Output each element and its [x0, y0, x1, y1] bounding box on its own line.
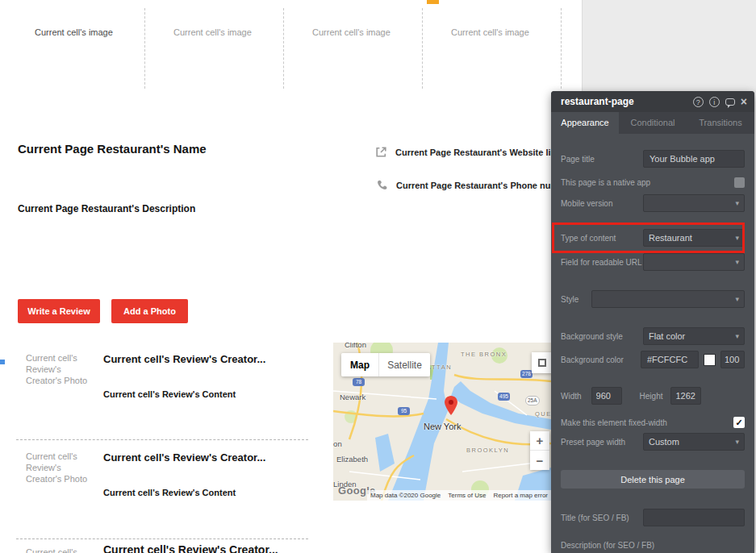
- property-editor-header[interactable]: restaurant-page ? i ×: [551, 91, 754, 112]
- height-input[interactable]: [670, 387, 701, 405]
- type-of-content-value: Restaurant: [649, 233, 692, 243]
- tab-conditional[interactable]: Conditional: [619, 112, 687, 134]
- satellite-view-button[interactable]: Satellite: [378, 353, 430, 376]
- google-map[interactable]: Clifton THE BRONX MANHATTAN Newark New Y…: [333, 343, 551, 501]
- map-pin-icon[interactable]: [445, 396, 457, 415]
- seo-title-input[interactable]: [643, 509, 745, 526]
- info-icon[interactable]: i: [709, 97, 720, 107]
- image-cell[interactable]: Current cell's image: [6, 8, 145, 89]
- restaurant-description-text: Current Page Restaurant's Description: [18, 203, 195, 214]
- mobile-version-label: Mobile version: [561, 199, 612, 208]
- image-placeholder-label: Current cell's image: [312, 27, 391, 37]
- map-attribution: Map data ©2020 Google Terms of Use Repor…: [367, 490, 551, 501]
- review-creator-text: Current cell's Review's Creator...: [103, 353, 265, 365]
- delete-page-button[interactable]: Delete this page: [561, 470, 745, 489]
- page-canvas: Current cell's image Current cell's imag…: [0, 0, 583, 553]
- chevron-down-icon: ▾: [735, 234, 739, 242]
- image-cell[interactable]: Current cell's image: [284, 8, 423, 89]
- review-creator-text: Current cell's Review's Creator...: [103, 543, 278, 553]
- property-editor: restaurant-page ? i × Appearance Conditi…: [551, 91, 754, 553]
- tab-transitions[interactable]: Transitions: [687, 112, 754, 134]
- background-style-label: Background style: [561, 332, 623, 341]
- background-style-value: Flat color: [649, 331, 685, 341]
- color-swatch[interactable]: [704, 354, 716, 366]
- page-title-input[interactable]: [643, 150, 745, 168]
- page-title-label: Page title: [561, 155, 595, 164]
- style-dropdown[interactable]: ▾: [591, 290, 745, 308]
- preset-width-value: Custom: [649, 437, 679, 447]
- external-link-icon: [374, 145, 388, 159]
- background-alpha-input[interactable]: [720, 351, 745, 368]
- image-cell[interactable]: Current cell's image: [145, 8, 284, 89]
- chevron-down-icon: ▾: [735, 438, 739, 446]
- resize-handle[interactable]: [0, 360, 5, 364]
- review-cell-separator: [16, 439, 308, 440]
- ruler-marker[interactable]: [427, 0, 439, 4]
- zoom-control: + −: [530, 431, 549, 470]
- website-link[interactable]: Current Page Restaurant's Website link: [374, 145, 561, 159]
- native-app-label: This page is a native app: [561, 178, 650, 187]
- chevron-down-icon: ▾: [735, 199, 739, 207]
- close-icon[interactable]: ×: [741, 97, 747, 107]
- fixed-width-checkbox[interactable]: ✓: [733, 417, 745, 428]
- review-photo-placeholder: Current cell's Review's Creator's Photo: [26, 451, 98, 484]
- comment-icon[interactable]: [725, 98, 735, 106]
- readable-url-dropdown[interactable]: ▾: [643, 253, 745, 271]
- review-content-text: Current cell's Review's Content: [103, 389, 236, 399]
- zoom-out-button[interactable]: −: [530, 451, 549, 470]
- tab-appearance[interactable]: Appearance: [551, 112, 619, 134]
- chevron-down-icon: ▾: [735, 295, 739, 303]
- fixed-width-label: Make this element fixed-width: [561, 418, 667, 427]
- fullscreen-button[interactable]: [532, 352, 551, 373]
- map-view-button[interactable]: Map: [341, 353, 378, 376]
- image-placeholder-label: Current cell's image: [173, 27, 252, 37]
- width-input[interactable]: [591, 387, 622, 405]
- phone-number-label: Current Page Restaurant's Phone number: [396, 181, 572, 190]
- chevron-down-icon: ▾: [735, 332, 739, 340]
- element-title: restaurant-page: [561, 96, 687, 107]
- chevron-down-icon: ▾: [735, 258, 739, 266]
- review-content-text: Current cell's Review's Content: [103, 488, 236, 497]
- native-app-checkbox[interactable]: [734, 177, 745, 188]
- preset-width-label: Preset page width: [561, 438, 625, 447]
- review-creator-text: Current cell's Review's Creator...: [103, 451, 265, 464]
- seo-description-label: Description (for SEO / FB): [561, 541, 654, 550]
- website-link-label: Current Page Restaurant's Website link: [395, 148, 561, 157]
- restaurant-name-text: Current Page Restaurant's Name: [18, 142, 207, 156]
- fullscreen-icon: [538, 359, 546, 367]
- images-repeating-group: Current cell's image Current cell's imag…: [6, 8, 562, 89]
- readable-url-label: Field for readable URL: [561, 258, 642, 267]
- report-map-error-link[interactable]: Report a map error: [493, 492, 548, 499]
- type-of-content-dropdown[interactable]: Restaurant ▾: [643, 229, 745, 247]
- phone-number: Current Page Restaurant's Phone number: [376, 179, 572, 192]
- map-data-text: Map data ©2020 Google: [370, 492, 441, 499]
- background-color-label: Background color: [561, 356, 624, 364]
- image-cell[interactable]: Current cell's image: [423, 8, 562, 89]
- zoom-in-button[interactable]: +: [530, 431, 549, 451]
- terms-of-use-link[interactable]: Terms of Use: [448, 492, 486, 499]
- preset-width-dropdown[interactable]: Custom ▾: [643, 433, 745, 451]
- help-icon[interactable]: ?: [693, 97, 704, 107]
- review-cell-separator: [16, 538, 308, 539]
- width-label: Width: [561, 392, 582, 401]
- style-label: Style: [561, 295, 578, 304]
- image-placeholder-label: Current cell's image: [35, 27, 113, 37]
- seo-title-label: Title (for SEO / FB): [561, 514, 629, 522]
- phone-icon: [376, 179, 389, 192]
- background-style-dropdown[interactable]: Flat color ▾: [643, 327, 745, 345]
- map-type-control: Map Satellite: [341, 353, 430, 376]
- add-photo-button[interactable]: Add a Photo: [111, 299, 188, 323]
- mobile-version-dropdown[interactable]: ▾: [643, 194, 745, 212]
- image-placeholder-label: Current cell's image: [451, 27, 529, 37]
- panel-tabs: Appearance Conditional Transitions: [551, 112, 754, 134]
- type-of-content-label: Type of content: [561, 234, 616, 243]
- write-review-button[interactable]: Write a Review: [18, 299, 100, 323]
- background-color-input[interactable]: [641, 351, 699, 368]
- review-photo-placeholder: Current cell's Review's Creator's Photo: [26, 352, 98, 386]
- review-photo-placeholder: Current cell's Review's Creator's Photo: [26, 547, 98, 553]
- height-label: Height: [640, 392, 663, 401]
